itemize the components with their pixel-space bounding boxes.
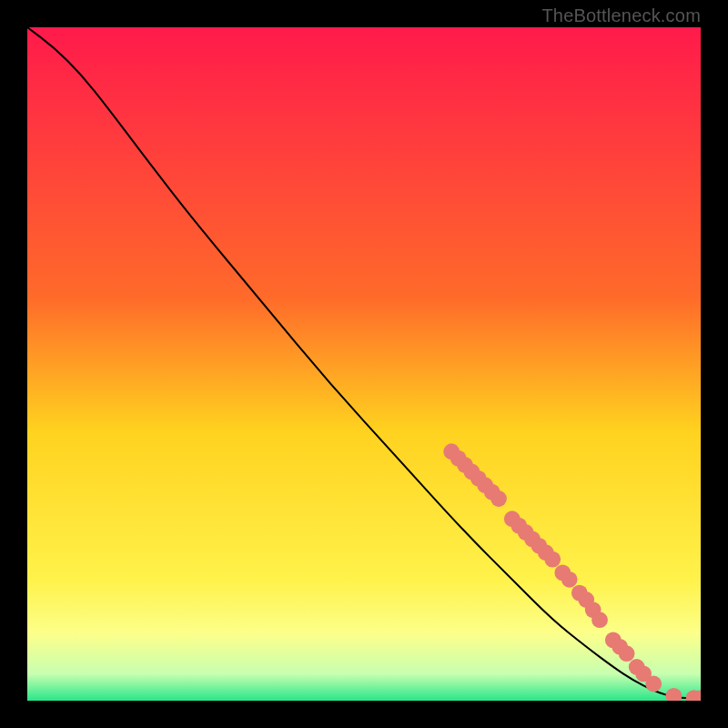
plot-area bbox=[27, 27, 701, 701]
marker-point bbox=[544, 551, 561, 568]
marker-point bbox=[645, 676, 662, 693]
chart-frame: TheBottleneck.com bbox=[0, 0, 728, 728]
gradient-background bbox=[27, 27, 701, 701]
marker-point bbox=[561, 571, 578, 588]
marker-point bbox=[490, 490, 507, 507]
marker-point bbox=[619, 645, 635, 662]
watermark-text: TheBottleneck.com bbox=[541, 5, 701, 26]
chart-svg bbox=[27, 27, 701, 701]
marker-point bbox=[592, 612, 608, 628]
